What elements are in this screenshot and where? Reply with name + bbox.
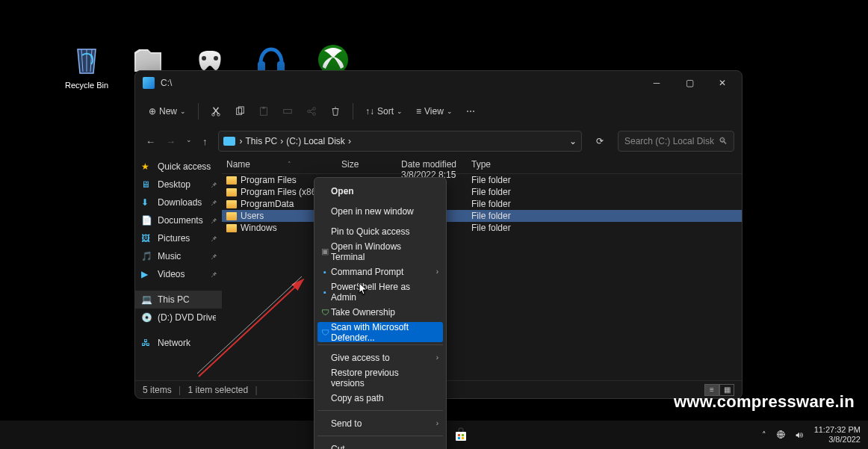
tray-volume-icon[interactable]: 🔊︎ [796,430,804,439]
sidebar-item-network[interactable]: 🖧Network [135,334,222,352]
ctx-powershell-here-as-admin[interactable]: ▪PowerShell Here as Admin [317,282,443,302]
watermark: www.compressware.in [674,392,855,412]
sidebar-item-music[interactable]: 🎵Music📌︎ [135,247,222,265]
file-row-program-files-x-[interactable]: Program Files (x86)4 PMFile folder [222,186,742,198]
file-row-programdata[interactable]: ProgramData6 PMFile folder [222,198,742,210]
context-menu: OpenOpen in new windowPin to Quick acces… [314,177,447,449]
column-headers[interactable]: Name˄ Size Date modified Type [222,155,742,174]
ctx-take-ownership[interactable]: 🛡Take Ownership [317,302,443,322]
ctx-copy-as-path[interactable]: Copy as path [317,388,443,408]
recycle-bin-label: Recycle Bin [58,81,115,90]
ctx-cut[interactable]: Cut [317,439,443,449]
toolbar: ⊕ New ⌄ ↑↓ Sort ⌄ ≡ View ⌄ ⋯ [135,95,742,128]
back-button[interactable]: ← [146,136,155,147]
file-row-users[interactable]: Users0 PMFile folder [222,210,742,222]
search-icon: 🔍︎ [719,136,728,146]
tray-network-icon[interactable]: 🌐︎ [777,430,785,439]
breadcrumb-localdisk[interactable]: (C:) Local Disk [286,136,345,146]
sidebar-item-this-pc[interactable]: 💻This PC [135,291,222,309]
window-title: C:\ [161,78,642,88]
sidebar-item-videos[interactable]: ▶Videos📌︎ [135,265,222,283]
delete-button[interactable] [324,100,347,123]
copy-button[interactable] [229,100,251,123]
ctx-send-to[interactable]: Send to› [317,413,443,433]
sidebar-item-documents[interactable]: 📄Documents📌︎ [135,211,222,229]
ctx-pin-to-quick-access[interactable]: Pin to Quick access [317,221,443,241]
pc-icon [223,137,235,146]
breadcrumb-thispc[interactable]: This PC [246,136,278,146]
svg-rect-21 [456,432,466,441]
up-button[interactable]: ↑ [202,136,208,147]
titlebar[interactable]: C:\ ─ ▢ ✕ [135,71,742,95]
search-input[interactable]: Search (C:) Local Disk 🔍︎ [618,131,734,152]
paste-button[interactable] [252,100,275,123]
content-pane: Name˄ Size Date modified Type Program Fi… [222,155,742,380]
sidebar: ★Quick access🖥Desktop📌︎⬇Downloads📌︎📄Docu… [135,155,222,380]
svg-rect-22 [458,434,460,436]
svg-point-14 [313,113,316,116]
address-bar-row: ← → ⌄ ↑ › This PC › (C:) Local Disk › ⌄ … [135,128,742,155]
sidebar-item-downloads[interactable]: ⬇Downloads📌︎ [135,193,222,211]
ctx-open-in-windows-terminal[interactable]: ▣Open in Windows Terminal [317,241,443,261]
sidebar-item-desktop[interactable]: 🖥Desktop📌︎ [135,176,222,193]
refresh-button[interactable]: ⟳ [589,131,610,152]
sidebar-item-quick-access[interactable]: ★Quick access [135,158,222,176]
view-button[interactable]: ≡ View ⌄ [410,100,459,123]
svg-point-13 [313,108,316,111]
ctx-scan-with-microsoft-defender-[interactable]: 🛡Scan with Microsoft Defender... [317,322,443,342]
address-bar[interactable]: › This PC › (C:) Local Disk › ⌄ [218,131,583,152]
ctx-restore-previous-versions[interactable]: Restore previous versions [317,368,443,388]
svg-rect-25 [462,437,464,439]
sidebar-item--d-dvd-drive-ph[interactable]: 💿(D:) DVD Drive - Ph [135,309,222,326]
ctx-open-in-new-window[interactable]: Open in new window [317,201,443,221]
share-button[interactable] [300,100,323,123]
file-row-windows[interactable]: Windows1 PMFile folder [222,222,742,234]
recycle-bin-icon[interactable]: Recycle Bin [58,42,115,90]
close-button[interactable]: ✕ [707,72,737,93]
recent-button[interactable]: ⌄ [186,136,192,147]
rename-button[interactable] [276,100,299,123]
svg-rect-10 [262,107,265,109]
ctx-open[interactable]: Open [317,181,443,201]
tray-chevron-icon[interactable]: ˄ [762,430,766,440]
drive-icon [143,77,155,89]
svg-point-0 [202,56,206,61]
svg-point-12 [308,110,311,113]
svg-rect-23 [462,434,464,436]
svg-rect-24 [458,437,460,439]
sidebar-item-pictures[interactable]: 🖼Pictures📌︎ [135,229,222,247]
minimize-button[interactable]: ─ [642,72,672,93]
mouse-cursor [359,282,369,296]
tray-clock[interactable]: 11:27:32 PM 3/8/2022 [814,425,861,444]
more-button[interactable]: ⋯ [460,100,481,123]
taskbar-store-icon[interactable] [450,424,471,445]
svg-point-1 [214,56,218,61]
forward-button[interactable]: → [166,136,176,147]
new-button[interactable]: ⊕ New ⌄ [143,100,192,123]
maximize-button[interactable]: ▢ [675,72,704,93]
file-row-program-files[interactable]: Program Files3/8/2022 8:15 PMFile folder [222,174,742,186]
cut-button[interactable] [205,100,227,123]
ctx-command-prompt[interactable]: ▪Command Prompt› [317,261,443,282]
ctx-give-access-to[interactable]: Give access to› [317,347,443,368]
sort-button[interactable]: ↑↓ Sort ⌄ [359,100,409,123]
svg-rect-11 [284,109,292,113]
address-dropdown[interactable]: ⌄ [569,136,577,146]
